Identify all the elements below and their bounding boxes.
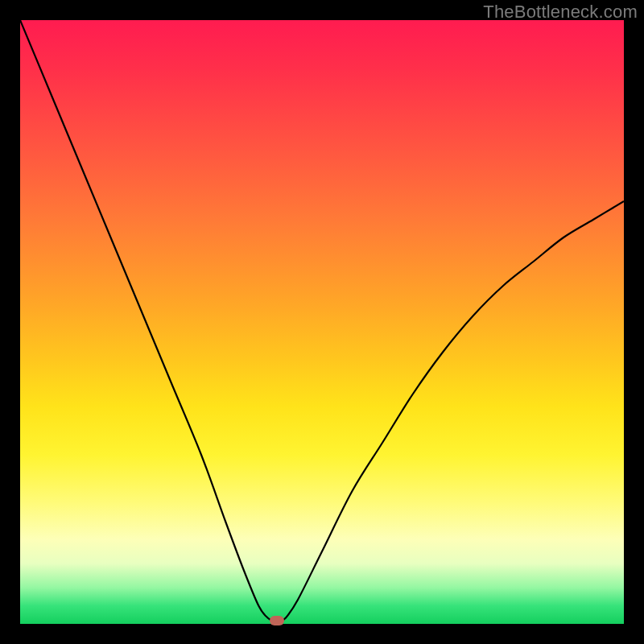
- watermark-text: TheBottleneck.com: [483, 2, 638, 23]
- gradient-background: [20, 20, 624, 624]
- optimum-marker: [270, 616, 284, 625]
- chart-frame: [20, 20, 624, 624]
